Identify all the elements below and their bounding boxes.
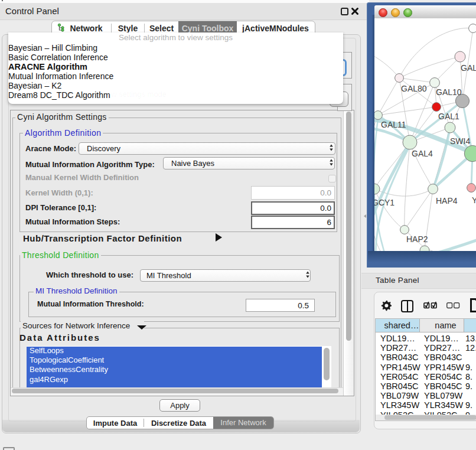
- svg-text:GAL: GAL: [461, 63, 476, 73]
- svg-text:GAL10: GAL10: [436, 87, 462, 97]
- svg-text:HAP4: HAP4: [436, 196, 458, 206]
- svg-text:SWI4: SWI4: [450, 136, 470, 146]
- svg-text:GCY1: GCY1: [374, 198, 395, 207]
- svg-text:GAL11: GAL11: [381, 120, 406, 129]
- svg-text:GAL1: GAL1: [438, 112, 459, 121]
- svg-text:HAP2: HAP2: [406, 234, 428, 244]
- svg-text:Y: Y: [472, 195, 476, 205]
- svg-text:GAL4: GAL4: [412, 149, 433, 158]
- svg-text:GAL80: GAL80: [401, 84, 427, 93]
